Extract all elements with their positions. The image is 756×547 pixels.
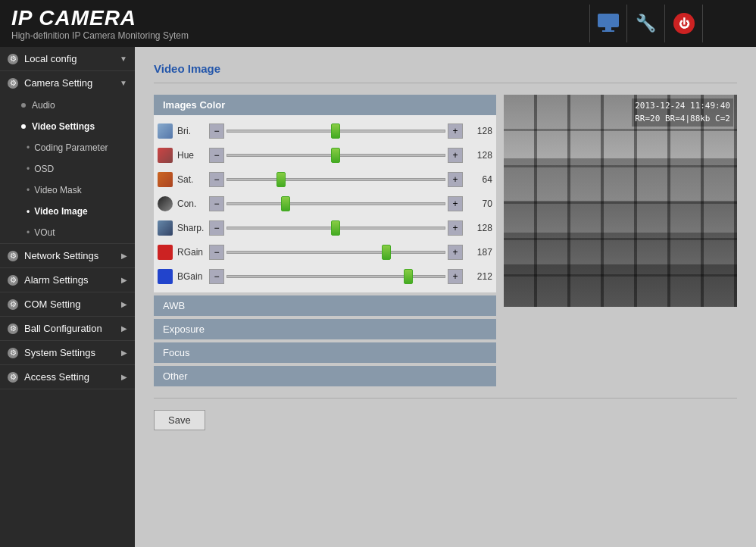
- hue-thumb[interactable]: [331, 148, 340, 163]
- sat-value: 64: [466, 174, 492, 185]
- sidebar-item-access-setting[interactable]: ⚙ Access Setting ▶: [0, 365, 135, 389]
- sidebar-item-ball-configuration[interactable]: ⚙ Ball Configuration ▶: [0, 317, 135, 340]
- sliders-container: Bri. − + 128 Hue −: [154, 115, 496, 292]
- con-increase-button[interactable]: +: [448, 196, 463, 211]
- bgain-track[interactable]: [226, 269, 445, 284]
- sidebar-label-com: COM Setting: [24, 299, 80, 310]
- sharp-label: Sharp.: [177, 223, 209, 233]
- sidebar-item-video-settings[interactable]: Video Settings: [0, 116, 135, 137]
- focus-section[interactable]: Focus: [154, 342, 496, 363]
- hue-decrease-button[interactable]: −: [209, 148, 224, 163]
- bullet-icon-vm: •: [27, 185, 30, 195]
- sidebar-item-local-config[interactable]: ⚙ Local config ▼: [0, 47, 135, 70]
- sidebar-label-ball: Ball Configuration: [24, 323, 102, 334]
- gear-icon-access: ⚙: [8, 372, 18, 383]
- header-icons: 🔧 ⏻: [589, 5, 741, 42]
- sidebar-item-vout[interactable]: • VOut: [0, 222, 135, 243]
- sidebar-item-camera-setting[interactable]: ⚙ Camera Setting ▼: [0, 71, 135, 95]
- sidebar-group-access: ⚙ Access Setting ▶: [0, 365, 135, 389]
- con-decrease-button[interactable]: −: [209, 196, 224, 211]
- extra-button[interactable]: [703, 5, 741, 42]
- svg-rect-0: [598, 14, 619, 27]
- camera-preview: 2013-12-24 11:49:40RR=20 BR=4|88kb C=2: [504, 95, 737, 307]
- sidebar-item-coding-parameter[interactable]: • Coding Parameter: [0, 137, 135, 158]
- rgain-increase-button[interactable]: +: [448, 245, 463, 260]
- sidebar-group-ball: ⚙ Ball Configuration ▶: [0, 317, 135, 341]
- left-panel: Images Color Bri. − + 128: [154, 95, 496, 386]
- sidebar-item-network-settings[interactable]: ⚙ Network Settings ▶: [0, 244, 135, 267]
- sat-track[interactable]: [226, 172, 445, 187]
- rgain-thumb[interactable]: [382, 245, 391, 260]
- save-button[interactable]: Save: [154, 410, 205, 430]
- slider-row-sharp: Sharp. − + 128: [158, 218, 492, 238]
- wrench-icon: 🔧: [636, 14, 656, 33]
- sidebar-group-alarm: ⚙ Alarm Settings ▶: [0, 268, 135, 292]
- images-color-header: Images Color: [154, 95, 496, 115]
- con-track[interactable]: [226, 196, 445, 211]
- hue-value: 128: [466, 150, 492, 161]
- con-track-bar: [226, 202, 445, 205]
- power-button[interactable]: ⏻: [665, 5, 703, 42]
- camera-overlay-text: 2013-12-24 11:49:40RR=20 BR=4|88kb C=2: [632, 98, 733, 127]
- monitor-button[interactable]: [589, 5, 627, 42]
- rgain-value: 187: [466, 247, 492, 258]
- con-label: Con.: [177, 198, 209, 209]
- exposure-section[interactable]: Exposure: [154, 319, 496, 339]
- bullet-icon-osd: •: [27, 164, 30, 174]
- bgain-decrease-button[interactable]: −: [209, 269, 224, 284]
- bgain-thumb[interactable]: [404, 269, 413, 284]
- header-title: IP CAMERA High-definition IP Camera Moni…: [11, 6, 189, 41]
- other-section[interactable]: Other: [154, 366, 496, 386]
- bri-track[interactable]: [226, 123, 445, 139]
- rgain-track[interactable]: [226, 245, 445, 260]
- awb-section[interactable]: AWB: [154, 295, 496, 316]
- save-section: Save: [154, 410, 737, 430]
- sidebar-item-video-mask[interactable]: • Video Mask: [0, 180, 135, 201]
- chevron-down-icon: ▼: [120, 55, 127, 63]
- con-icon: [158, 196, 173, 211]
- slider-row-bgain: BGain − + 212: [158, 267, 492, 286]
- chevron-right-icon-sys: ▶: [121, 349, 127, 357]
- bgain-increase-button[interactable]: +: [448, 269, 463, 284]
- content-grid: Images Color Bri. − + 128: [154, 95, 737, 386]
- sidebar-label-network: Network Settings: [24, 250, 98, 261]
- sidebar-group-system: ⚙ System Settings ▶: [0, 341, 135, 365]
- settings-button[interactable]: 🔧: [627, 5, 665, 42]
- dot-icon: [21, 103, 26, 108]
- sat-track-bar: [226, 178, 445, 181]
- sidebar-item-system-settings[interactable]: ⚙ System Settings ▶: [0, 341, 135, 364]
- sat-thumb[interactable]: [276, 172, 286, 187]
- sat-decrease-button[interactable]: −: [209, 172, 224, 187]
- sharp-thumb[interactable]: [331, 220, 340, 236]
- app-subtitle: High-definition IP Camera Monitoring Syt…: [11, 30, 189, 41]
- sidebar-item-audio[interactable]: Audio: [0, 95, 135, 116]
- hue-increase-button[interactable]: +: [448, 148, 463, 163]
- sidebar-label-system: System Settings: [24, 347, 95, 358]
- bri-decrease-button[interactable]: −: [209, 123, 224, 139]
- bullet-icon-vi: •: [27, 206, 30, 217]
- gear-icon-camera: ⚙: [8, 78, 18, 89]
- chevron-down-icon-camera: ▼: [120, 79, 127, 87]
- sidebar-item-video-image[interactable]: • Video Image: [0, 201, 135, 222]
- sidebar-item-osd[interactable]: • OSD: [0, 158, 135, 180]
- con-thumb[interactable]: [281, 196, 290, 211]
- sidebar-label-camera-setting: Camera Setting: [24, 77, 92, 89]
- sharp-track[interactable]: [226, 220, 445, 236]
- sidebar-item-alarm-settings[interactable]: ⚙ Alarm Settings ▶: [0, 268, 135, 292]
- sat-increase-button[interactable]: +: [448, 172, 463, 187]
- bullet-icon: •: [27, 142, 30, 153]
- main-content: Video Image Images Color Bri. −: [135, 47, 756, 547]
- chevron-right-icon-com: ▶: [121, 300, 127, 308]
- sidebar-label-alarm: Alarm Settings: [24, 274, 89, 286]
- chevron-right-icon-ball: ▶: [121, 324, 127, 333]
- gear-icon-com: ⚙: [8, 299, 18, 310]
- hue-track[interactable]: [226, 148, 445, 163]
- bri-thumb[interactable]: [331, 123, 340, 139]
- camera-feed: [504, 95, 737, 307]
- sharp-decrease-button[interactable]: −: [209, 220, 224, 236]
- bri-increase-button[interactable]: +: [448, 123, 463, 139]
- sharp-increase-button[interactable]: +: [448, 220, 463, 236]
- sidebar-item-com-setting[interactable]: ⚙ COM Setting ▶: [0, 292, 135, 316]
- sidebar-group-local-config: ⚙ Local config ▼: [0, 47, 135, 71]
- rgain-decrease-button[interactable]: −: [209, 245, 224, 260]
